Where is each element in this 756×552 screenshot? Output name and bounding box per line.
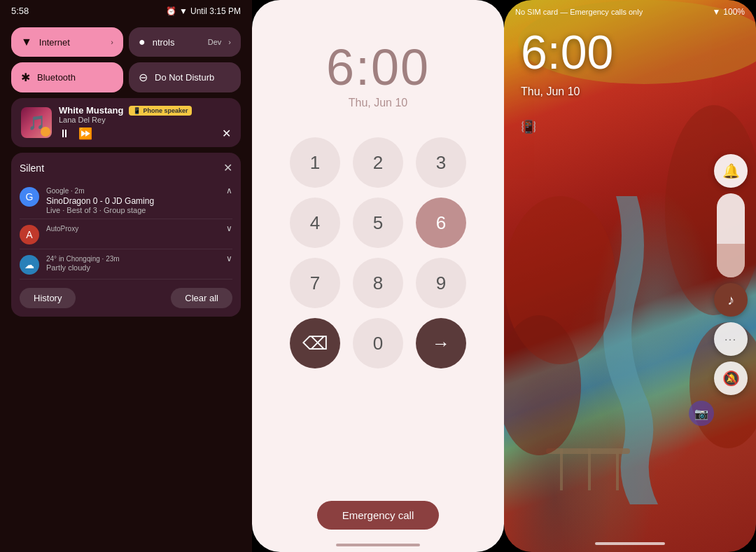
pin-pad: 1 2 3 4 5 6 7 8 9 ⌫ 0 → — [290, 137, 466, 501]
wifi-icon: ▼ — [21, 36, 32, 48]
pin-9[interactable]: 9 — [416, 258, 466, 308]
pin-8[interactable]: 8 — [353, 258, 403, 308]
media-artist: Lana Del Rey — [59, 116, 231, 124]
bell-button[interactable]: 🔔 — [714, 154, 748, 188]
chevron-icon: › — [111, 38, 113, 46]
music-button[interactable]: ♪ — [714, 283, 748, 317]
notif-google-subtitle: Live · Best of 3 · Group stage — [46, 206, 232, 214]
autoproxy-icon: A — [20, 225, 39, 244]
volume-slider[interactable] — [717, 193, 745, 277]
notif-item-weather[interactable]: ☁ 24° in Chongqing · 23m ∨ Partly cloudy — [20, 249, 232, 280]
right-status-icons: ▼ 100% — [712, 7, 745, 17]
expand-icon-google[interactable]: ∧ — [226, 186, 232, 195]
emergency-call-button[interactable]: Emergency call — [317, 501, 440, 530]
notif-item-google[interactable]: G Google · 2m ∧ SinoDragon 0 - 0 JD Gami… — [20, 181, 232, 219]
battery-text-left: Until 3:15 PM — [190, 6, 241, 16]
svg-rect-1 — [560, 448, 563, 490]
tile-dnd-label: Do Not Disturb — [155, 72, 231, 83]
status-bar-left: 5:58 ⏰ ▼ Until 3:15 PM — [0, 0, 252, 22]
alarm-icon: ⏰ — [166, 6, 176, 16]
close-media-button[interactable]: ✕ — [222, 127, 231, 140]
expand-icon-autoproxy[interactable]: ∨ — [226, 223, 232, 233]
right-signal-icon: ▼ — [712, 7, 720, 17]
right-battery-text: 100% — [723, 7, 745, 17]
notif-google-content: Google · 2m ∧ SinoDragon 0 - 0 JD Gaming… — [46, 186, 232, 214]
phone-icon: 📱 — [133, 107, 141, 114]
notif-weather-content: 24° in Chongqing · 23m ∨ Partly cloudy — [46, 254, 232, 272]
expand-icon-weather[interactable]: ∨ — [226, 254, 232, 263]
pin-5[interactable]: 5 — [353, 198, 403, 248]
volume-fill — [717, 244, 745, 277]
right-lock-date: Thu, Jun 10 — [521, 85, 580, 98]
tile-bluetooth[interactable]: ✱ Bluetooth — [11, 62, 123, 92]
quick-tiles: ▼ Internet › ● ntrols Dev › ✱ Bluetooth … — [0, 22, 252, 98]
svg-rect-2 — [588, 448, 591, 490]
tile-controls-label: ntrols — [153, 37, 201, 48]
pin-6[interactable]: 6 — [416, 198, 466, 248]
notif-item-autoproxy[interactable]: A AutoProxy ∨ — [20, 219, 232, 249]
notif-header: Silent ✕ — [20, 161, 232, 174]
pause-button[interactable]: ⏸ — [59, 127, 70, 140]
notif-footer: History Clear all — [20, 288, 232, 308]
pin-row-4: ⌫ 0 → — [290, 318, 466, 368]
tile-internet[interactable]: ▼ Internet › — [11, 27, 123, 57]
notification-panel: Silent ✕ G Google · 2m ∧ SinoDragon 0 - … — [11, 153, 241, 317]
fast-forward-button[interactable]: ⏩ — [78, 127, 92, 140]
google-icon: G — [20, 187, 39, 207]
pin-2[interactable]: 2 — [353, 137, 403, 188]
mute-button[interactable]: 🔕 — [714, 361, 748, 395]
notif-weather-subtitle: Partly cloudy — [46, 263, 232, 272]
notif-autoproxy-app: AutoProxy — [46, 225, 78, 233]
pin-row-1: 1 2 3 — [290, 137, 466, 188]
more-button[interactable]: ··· — [714, 322, 748, 356]
center-panel: 6:00 Thu, Jun 10 1 2 3 4 5 6 7 8 9 — [252, 0, 504, 552]
bluetooth-icon: ✱ — [21, 71, 30, 84]
notif-header-title: Silent — [20, 163, 44, 174]
tile-controls-dev: Dev — [208, 38, 222, 46]
pin-3[interactable]: 3 — [416, 137, 466, 188]
play-indicator — [41, 127, 50, 137]
dnd-icon: ⊖ — [139, 71, 148, 84]
pin-0[interactable]: 0 — [353, 318, 403, 368]
pin-4[interactable]: 4 — [290, 198, 340, 248]
tile-dnd[interactable]: ⊖ Do Not Disturb — [129, 62, 241, 92]
notif-weather-app: 24° in Chongqing · 23m — [46, 255, 120, 263]
phone-speaker-badge: 📱 Phone speaker — [129, 106, 192, 116]
controls-icon: ● — [139, 36, 146, 48]
pin-enter[interactable]: → — [416, 318, 466, 368]
pin-row-3: 7 8 9 — [290, 258, 466, 308]
pin-1[interactable]: 1 — [290, 137, 340, 188]
right-status-bar: No SIM card — Emergency calls only ▼ 100… — [504, 0, 756, 21]
tile-bluetooth-label: Bluetooth — [37, 72, 113, 83]
media-title: White Mustang — [59, 105, 123, 116]
center-lock-time: 6:00 — [326, 42, 430, 92]
notif-close-button[interactable]: ✕ — [223, 161, 232, 174]
pin-backspace[interactable]: ⌫ — [290, 318, 340, 368]
vibrate-icon: 📳 — [521, 119, 536, 134]
center-home-bar — [336, 544, 420, 546]
tile-controls[interactable]: ● ntrols Dev › — [129, 27, 241, 57]
right-panel: No SIM card — Emergency calls only ▼ 100… — [504, 0, 756, 552]
phone-screen: 6:00 Thu, Jun 10 1 2 3 4 5 6 7 8 9 — [252, 0, 504, 552]
camera-button[interactable]: 📷 — [689, 401, 714, 426]
svg-rect-3 — [616, 454, 619, 490]
right-status-text: No SIM card — Emergency calls only — [515, 8, 643, 16]
right-lock-time: 6:00 — [521, 25, 613, 79]
media-info: White Mustang 📱 Phone speaker Lana Del R… — [59, 105, 231, 140]
media-controls: ⏸ ⏩ ✕ — [59, 127, 231, 140]
notif-google-title: SinoDragon 0 - 0 JD Gaming — [46, 196, 232, 206]
media-card: 🎵 White Mustang 📱 Phone speaker Lana Del… — [11, 98, 241, 147]
right-home-bar — [595, 542, 665, 545]
side-controls: 🔔 ♪ ··· 🔕 — [714, 154, 748, 395]
pin-7[interactable]: 7 — [290, 258, 340, 308]
center-lock-date: Thu, Jun 10 — [349, 97, 408, 109]
clear-all-button[interactable]: Clear all — [171, 288, 232, 308]
tile-internet-label: Internet — [39, 37, 104, 48]
media-thumbnail: 🎵 — [21, 107, 52, 138]
notif-google-app: Google · 2m — [46, 187, 84, 195]
chevron-icon-2: › — [228, 38, 231, 46]
status-time-left: 5:58 — [11, 6, 29, 16]
weather-icon: ☁ — [20, 255, 39, 275]
left-panel: 5:58 ⏰ ▼ Until 3:15 PM ▼ Internet › ● nt… — [0, 0, 252, 552]
history-button[interactable]: History — [20, 288, 76, 308]
